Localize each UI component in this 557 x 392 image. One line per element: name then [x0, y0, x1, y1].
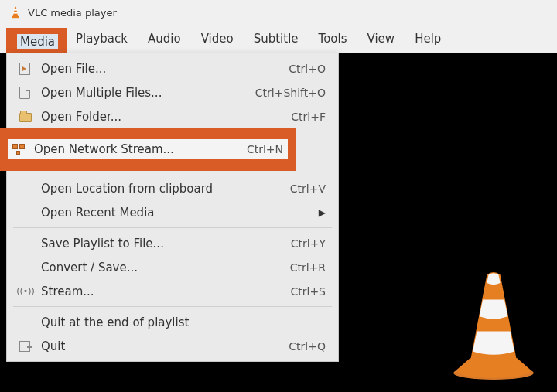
menuitem-shortcut: Ctrl+S — [290, 285, 326, 298]
exit-icon — [19, 341, 41, 352]
menuitem-quit[interactable]: Quit Ctrl+Q — [7, 334, 338, 358]
menuitem-quit-end[interactable]: Quit at the end of playlist — [7, 310, 338, 334]
menuitem-save-playlist[interactable]: Save Playlist to File... Ctrl+Y — [7, 231, 338, 255]
menuitem-label: Convert / Save... — [41, 261, 290, 274]
broadcast-icon: ((•)) — [19, 286, 41, 297]
menuitem-open-multiple[interactable]: Open Multiple Files... Ctrl+Shift+O — [7, 80, 338, 104]
menuitem-shortcut: Ctrl+N — [247, 143, 283, 155]
network-icon — [12, 144, 34, 155]
menu-separator — [13, 227, 332, 228]
menuitem-shortcut: Ctrl+Shift+O — [255, 87, 326, 99]
menuitem-label: Open Network Stream... — [34, 142, 247, 156]
folder-icon — [19, 112, 41, 121]
svg-rect-1 — [13, 12, 18, 14]
menuitem-label: Open Multiple Files... — [41, 86, 255, 100]
menu-audio[interactable]: Audio — [138, 26, 191, 52]
file-icon — [19, 87, 41, 99]
menuitem-label: Quit — [41, 339, 289, 353]
menuitem-label: Save Playlist to File... — [41, 237, 291, 251]
menu-tools[interactable]: Tools — [309, 26, 357, 52]
menu-view[interactable]: View — [357, 26, 405, 52]
vlc-logo-cone-icon — [450, 271, 537, 380]
menuitem-convert[interactable]: Convert / Save... Ctrl+R — [7, 255, 338, 279]
menu-media-highlighted[interactable]: Media — [17, 34, 58, 49]
svg-rect-0 — [14, 9, 18, 11]
menuitem-open-file[interactable]: Open File... Ctrl+O — [7, 56, 338, 80]
titlebar: VLC media player — [0, 0, 557, 25]
menuitem-stream[interactable]: ((•)) Stream... Ctrl+S — [7, 279, 338, 303]
chevron-right-icon: ▶ — [319, 207, 326, 218]
vlc-cone-icon — [9, 6, 22, 19]
menuitem-shortcut: Ctrl+O — [289, 63, 326, 75]
svg-rect-2 — [12, 16, 19, 18]
menu-subtitle[interactable]: Subtitle — [244, 26, 309, 52]
menuitem-shortcut: Ctrl+V — [290, 182, 326, 195]
menu-playback[interactable]: Playback — [66, 26, 138, 52]
window-title: VLC media player — [28, 7, 117, 19]
menuitem-open-recent[interactable]: Open Recent Media ▶ — [7, 200, 338, 224]
file-play-icon — [19, 63, 41, 75]
menuitem-label: Open Recent Media — [41, 206, 319, 220]
menu-video[interactable]: Video — [191, 26, 244, 52]
menuitem-shortcut: Ctrl+F — [291, 111, 326, 123]
menuitem-open-clipboard[interactable]: Open Location from clipboard Ctrl+V — [7, 176, 338, 200]
menuitem-open-network-stream[interactable]: Open Network Stream... Ctrl+N — [8, 139, 288, 159]
menuitem-shortcut: Ctrl+Q — [289, 340, 326, 353]
menuitem-shortcut: Ctrl+Y — [291, 237, 326, 250]
menu-separator — [13, 306, 332, 307]
menuitem-label: Open Folder... — [41, 110, 291, 124]
menu-help[interactable]: Help — [405, 26, 451, 52]
menubar: Media Playback Audio Video Subtitle Tool… — [0, 25, 557, 53]
menuitem-label: Open File... — [41, 62, 289, 76]
media-dropdown-menu: Open File... Ctrl+O Open Multiple Files.… — [6, 53, 339, 362]
menuitem-open-folder[interactable]: Open Folder... Ctrl+F — [7, 104, 338, 128]
menuitem-label: Quit at the end of playlist — [41, 315, 326, 329]
menuitem-shortcut: Ctrl+R — [290, 261, 326, 274]
menuitem-label: Stream... — [41, 285, 290, 298]
menuitem-label: Open Location from clipboard — [41, 182, 290, 196]
